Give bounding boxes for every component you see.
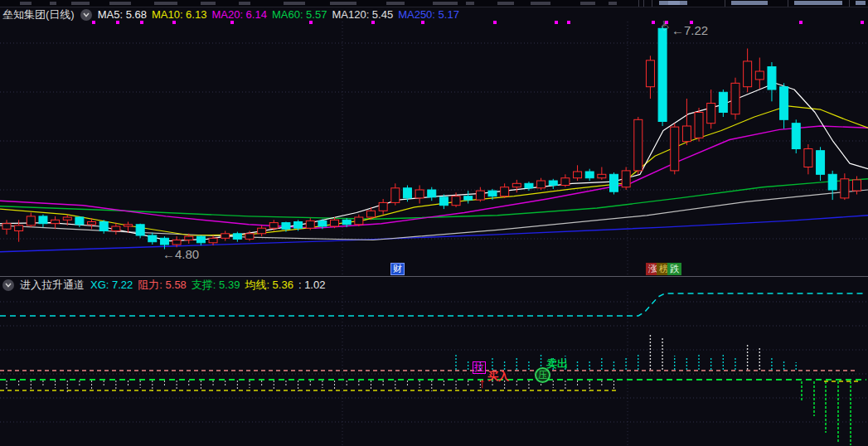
- collapse-chevron-icon[interactable]: [80, 9, 92, 21]
- candle-up: [306, 221, 314, 228]
- toolbar-fragment: [609, 2, 617, 5]
- toolbar-fragment: [109, 2, 131, 5]
- toolbar-fragment: [433, 2, 458, 5]
- candle-up: [63, 217, 71, 220]
- signal-dot: [309, 21, 313, 24]
- candle-up: [112, 226, 120, 231]
- candle-up: [744, 61, 752, 87]
- collapse-chevron-icon[interactable]: [2, 279, 14, 291]
- candle-up: [415, 190, 424, 198]
- ma-legend-item: MA250: 5.17: [398, 8, 459, 21]
- candle-down: [439, 197, 448, 206]
- candle-up: [391, 188, 400, 203]
- toolbar-fragment: [580, 2, 595, 5]
- toolbar-fragment: [71, 2, 90, 5]
- toolbar-fragment: [50, 2, 56, 5]
- candle-down: [39, 216, 47, 224]
- candle-up: [622, 171, 630, 187]
- indicator-panel-chart[interactable]: [0, 292, 868, 446]
- toolbar-fragment: [284, 2, 305, 5]
- main-candlestick-chart[interactable]: ←7.22←4.80: [0, 20, 868, 276]
- price-annotation: ←7.22: [672, 23, 708, 37]
- chart-badge[interactable]: 跌: [667, 263, 681, 275]
- chart-badge[interactable]: 财: [390, 263, 405, 275]
- toolbar-cell-separator: [849, 0, 850, 7]
- candle-down: [75, 217, 84, 225]
- candle-up: [755, 71, 764, 80]
- toolbar-fragment: [466, 2, 474, 5]
- candle-down: [549, 181, 557, 186]
- candle-up: [476, 191, 484, 200]
- candle-up: [2, 224, 11, 230]
- toolbar-fragment: [531, 2, 550, 5]
- price-annotation: ←4.80: [162, 247, 199, 261]
- candle-up: [355, 217, 363, 225]
- candle-down: [403, 188, 411, 198]
- toolbar-fragment: [20, 2, 32, 5]
- candle-down: [792, 124, 800, 149]
- indicator-name: 进入拉升通道: [20, 278, 85, 293]
- candle-up: [172, 240, 181, 245]
- toolbar-fragment: [201, 2, 216, 5]
- candle-up: [185, 236, 193, 240]
- ma-legend-item: MA20: 6.14: [211, 8, 267, 21]
- candle-down: [160, 238, 168, 245]
- channel-line: [0, 293, 866, 316]
- signal-dot: [861, 21, 864, 24]
- indicator-value-item: 均线: 5.36: [245, 278, 293, 293]
- indicator-value-item: XG: 7.22: [90, 279, 133, 291]
- indicator-value-item: 阻力: 5.58: [138, 278, 187, 293]
- candle-up: [561, 178, 570, 186]
- indicator-value-item: : 1.02: [298, 279, 326, 291]
- signal-dot: [140, 21, 143, 24]
- toolbar-fragment: [154, 2, 177, 5]
- signal-marker-plain: 买入: [487, 371, 509, 382]
- ma-line-ma60: [0, 179, 868, 219]
- candle-down: [464, 196, 473, 200]
- signal-dot: [652, 21, 655, 24]
- ma-line-ma250: [0, 216, 868, 252]
- candle-down: [99, 222, 108, 231]
- candle-up: [15, 225, 23, 231]
- indicator-values: XG: 7.22阻力: 5.58支撑: 5.39均线: 5.36: 1.02: [90, 278, 330, 293]
- candle-down: [780, 87, 788, 120]
- ma-legend-item: MA10: 6.13: [152, 8, 207, 21]
- candle-up: [512, 183, 521, 187]
- candle-down: [768, 67, 776, 90]
- indicator-value-item: 支撑: 5.39: [192, 278, 240, 293]
- toolbar-fragment: [386, 2, 405, 5]
- candle-up: [88, 222, 96, 225]
- candle-down: [658, 28, 667, 121]
- candle-up: [269, 223, 278, 229]
- signal-marker-boxed: 拉: [473, 361, 486, 374]
- candle-up: [634, 119, 643, 171]
- candle-up: [245, 234, 254, 240]
- candle-up: [574, 172, 582, 178]
- toolbar-fragment: [239, 2, 250, 5]
- candle-up: [51, 220, 60, 223]
- top-toolbar-cropped: [0, 0, 868, 7]
- candle-up: [209, 238, 217, 243]
- toolbar-quote-fragment: [856, 1, 866, 5]
- signal-dot: [116, 21, 119, 24]
- candle-down: [233, 234, 241, 240]
- toolbar-quote-fragment: [826, 1, 842, 5]
- signal-marker-plain: 卖出: [546, 358, 568, 370]
- signal-dot: [172, 21, 176, 24]
- candle-up: [646, 61, 654, 87]
- candle-up: [671, 127, 679, 171]
- toolbar-quote-fragment: [668, 1, 680, 5]
- candle-up: [598, 174, 606, 177]
- signal-dot: [92, 21, 95, 24]
- candle-up: [501, 187, 509, 196]
- candle-down: [136, 225, 144, 235]
- candle-down: [294, 222, 303, 229]
- toolbar-fragment: [330, 2, 356, 5]
- signal-dot: [493, 21, 497, 24]
- candle-down: [817, 151, 825, 175]
- signal-dot: [799, 21, 803, 24]
- candle-down: [342, 220, 351, 225]
- ma-legend-item: MA120: 5.45: [332, 8, 393, 21]
- candle-up: [258, 228, 266, 234]
- candle-down: [585, 172, 594, 178]
